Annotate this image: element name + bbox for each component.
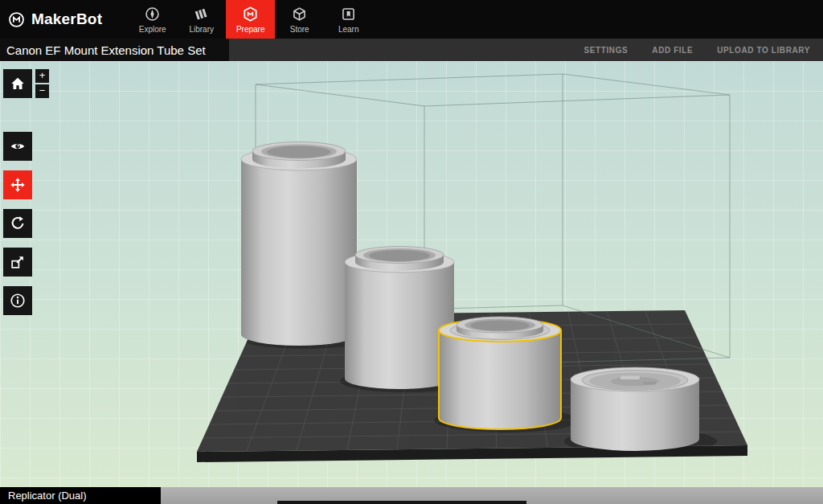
hexagon-logo-icon <box>242 6 259 23</box>
info-button[interactable] <box>3 286 32 315</box>
view-button[interactable] <box>3 132 32 161</box>
zoom-out-button[interactable]: − <box>35 84 49 98</box>
rotate-button[interactable] <box>3 209 32 238</box>
bookmark-screen-icon <box>340 6 357 23</box>
nav-item-explore[interactable]: Explore <box>128 0 177 39</box>
home-icon <box>9 75 27 92</box>
makerbot-logo[interactable]: MakerBot <box>0 0 113 39</box>
add-file-button[interactable]: ADD FILE <box>652 46 693 55</box>
page-title: Canon EF Mount Extension Tube Set <box>6 43 206 57</box>
viewport-3d[interactable]: MakerBot <box>0 61 823 487</box>
nav-items: Explore Library Prepare <box>128 0 373 39</box>
top-navigation: MakerBot Explore Library <box>0 0 823 39</box>
settings-button[interactable]: SETTINGS <box>584 46 629 55</box>
nav-item-learn[interactable]: Learn <box>324 0 373 39</box>
printer-selector[interactable]: Replicator (Dual) <box>0 487 161 504</box>
bottom-scroll-handle[interactable] <box>277 501 526 504</box>
nav-label: Store <box>290 25 309 34</box>
status-bar: Replicator (Dual) <box>0 487 823 504</box>
scene-3d[interactable]: MakerBot <box>0 61 823 487</box>
cube-icon <box>291 6 308 23</box>
zoom-in-button[interactable]: + <box>35 69 49 83</box>
home-view-button[interactable] <box>3 69 32 98</box>
move-arrows-icon <box>9 176 27 194</box>
nav-item-prepare[interactable]: Prepare <box>226 0 275 39</box>
model-tube-flange[interactable] <box>571 367 699 451</box>
nav-item-store[interactable]: Store <box>275 0 324 39</box>
rotate-icon <box>9 215 27 232</box>
nav-label: Prepare <box>236 25 265 34</box>
model-tube-tall[interactable] <box>241 142 357 346</box>
compass-icon <box>144 6 161 23</box>
title-bar: Canon EF Mount Extension Tube Set SETTIN… <box>0 39 823 61</box>
scale-icon <box>9 253 27 271</box>
nav-label: Learn <box>338 25 359 34</box>
upload-to-library-button[interactable]: UPLOAD TO LIBRARY <box>717 46 810 55</box>
document-title-wrap: Canon EF Mount Extension Tube Set <box>0 39 229 61</box>
move-button[interactable] <box>3 170 32 199</box>
model-tube-medium[interactable] <box>345 247 454 390</box>
brand-wordmark: MakerBot <box>31 10 102 28</box>
books-icon <box>193 6 210 23</box>
title-bar-actions: SETTINGS ADD FILE UPLOAD TO LIBRARY <box>584 46 811 55</box>
eye-icon <box>9 137 27 155</box>
makerbot-circle-m-icon <box>8 11 25 28</box>
scale-button[interactable] <box>3 248 32 277</box>
info-icon <box>9 292 27 309</box>
nav-label: Library <box>189 25 214 34</box>
nav-item-library[interactable]: Library <box>177 0 226 39</box>
model-tube-short-selected[interactable] <box>439 317 561 429</box>
nav-label: Explore <box>139 25 166 34</box>
